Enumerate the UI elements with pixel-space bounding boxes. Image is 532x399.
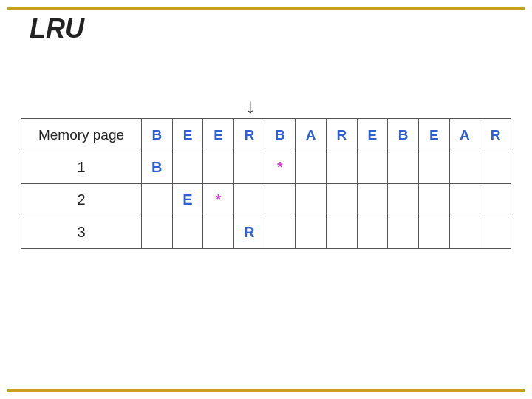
row3-col2 xyxy=(203,216,234,249)
seq-letter-9: E xyxy=(429,127,439,143)
seq-letter-11: R xyxy=(491,127,501,143)
table-row-2: 2 E * xyxy=(21,184,511,216)
row3-val3: R xyxy=(244,224,254,240)
seq-letter-10: A xyxy=(460,127,470,143)
row2-col10 xyxy=(449,184,480,216)
row2-col8 xyxy=(388,184,419,216)
row1-col0: B xyxy=(141,151,172,184)
seq-letter-8: B xyxy=(398,127,409,143)
row3-col10 xyxy=(449,216,480,249)
row1-col1 xyxy=(172,151,203,184)
seq-letter-3: R xyxy=(244,127,254,143)
memory-page-label: Memory page xyxy=(21,119,142,151)
top-border xyxy=(7,7,525,10)
row3-col0 xyxy=(141,216,172,249)
row3-col7 xyxy=(357,216,388,249)
memory-table: Memory page B E E R B A R E B E A R 1 B xyxy=(21,118,511,249)
row3-label: 3 xyxy=(21,216,142,249)
row3-col1 xyxy=(172,216,203,249)
seq-col-7: E xyxy=(357,119,388,151)
row1-col3 xyxy=(233,151,265,184)
row2-val1: E xyxy=(183,191,192,208)
bottom-border xyxy=(7,389,525,392)
row2-col2: * xyxy=(203,184,234,216)
seq-letter-7: E xyxy=(368,127,378,143)
row2-val2: * xyxy=(216,191,222,208)
row1-label: 1 xyxy=(21,151,142,184)
row2-col0 xyxy=(141,184,172,216)
seq-col-11: R xyxy=(480,119,511,151)
row2-col9 xyxy=(418,184,449,216)
row2-col3 xyxy=(233,184,265,216)
row3-col5 xyxy=(296,216,327,249)
page-title: LRU xyxy=(30,13,84,44)
row3-col4 xyxy=(265,216,296,249)
table-header-row: Memory page B E E R B A R E B E A R xyxy=(21,119,511,151)
seq-col-5: A xyxy=(296,119,327,151)
row1-col9 xyxy=(418,151,449,184)
seq-col-4: B xyxy=(265,119,296,151)
row2-col7 xyxy=(357,184,388,216)
row2-col5 xyxy=(296,184,327,216)
row2-col1: E xyxy=(172,184,203,216)
table-row-1: 1 B * xyxy=(21,151,511,184)
row2-label: 2 xyxy=(21,184,142,216)
row3-col3: R xyxy=(233,216,265,249)
seq-col-3: R xyxy=(233,119,265,151)
table-row-3: 3 R xyxy=(21,216,511,249)
row1-val0: B xyxy=(151,159,162,175)
memory-table-wrapper: Memory page B E E R B A R E B E A R 1 B xyxy=(21,118,511,249)
row3-col9 xyxy=(418,216,449,249)
row1-col4: * xyxy=(265,151,296,184)
seq-letter-2: E xyxy=(214,127,223,143)
seq-letter-0: B xyxy=(151,127,162,143)
row1-col8 xyxy=(388,151,419,184)
row2-col6 xyxy=(326,184,357,216)
seq-col-1: E xyxy=(172,119,203,151)
row1-val4: * xyxy=(277,159,283,175)
seq-letter-4: B xyxy=(275,127,285,143)
row3-col6 xyxy=(326,216,357,249)
row1-col7 xyxy=(357,151,388,184)
row2-col11 xyxy=(480,184,511,216)
row3-col11 xyxy=(480,216,511,249)
row1-col11 xyxy=(480,151,511,184)
seq-col-8: B xyxy=(388,119,419,151)
seq-col-9: E xyxy=(418,119,449,151)
seq-letter-1: E xyxy=(183,127,193,143)
row1-col2 xyxy=(203,151,234,184)
seq-letter-5: A xyxy=(306,127,316,143)
arrow-indicator: ↓ xyxy=(245,96,256,117)
seq-letter-6: R xyxy=(336,127,347,143)
row1-col10 xyxy=(449,151,480,184)
seq-col-10: A xyxy=(449,119,480,151)
seq-col-6: R xyxy=(326,119,357,151)
row1-col6 xyxy=(326,151,357,184)
row3-col8 xyxy=(388,216,419,249)
row2-col4 xyxy=(265,184,296,216)
row1-col5 xyxy=(296,151,327,184)
seq-col-0: B xyxy=(141,119,172,151)
seq-col-2: E xyxy=(203,119,234,151)
